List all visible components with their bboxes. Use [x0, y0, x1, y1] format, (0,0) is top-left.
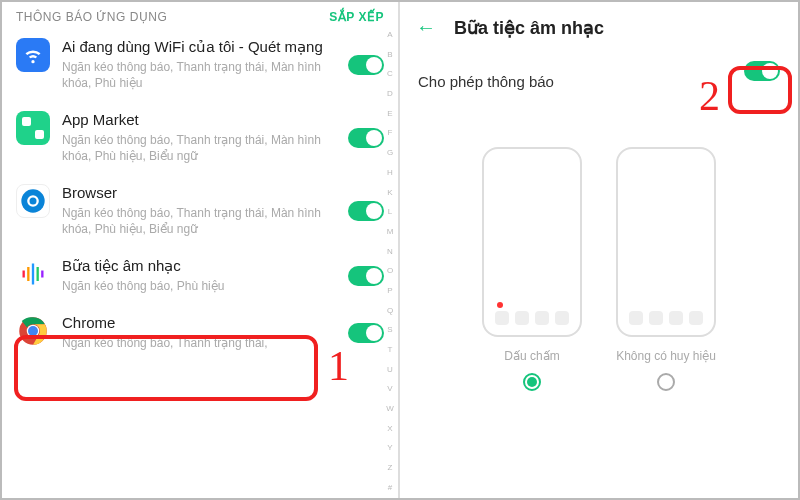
- annotation-step-2: 2: [699, 72, 720, 120]
- app-name: Bữa tiệc âm nhạc: [62, 257, 342, 276]
- app-notifications-pane: THÔNG BÁO ỨNG DỤNG SẮP XẾP Ai đang dùng …: [2, 2, 400, 498]
- toggle-switch[interactable]: [348, 266, 384, 286]
- svg-point-2: [30, 198, 37, 205]
- radio-unselected-icon[interactable]: [657, 373, 675, 391]
- detail-title: Bữa tiệc âm nhạc: [454, 17, 604, 39]
- wifi-icon: [16, 38, 50, 72]
- annotation-step-1: 1: [328, 342, 349, 390]
- right-header: ← Bữa tiệc âm nhạc: [400, 2, 798, 47]
- header-title: THÔNG BÁO ỨNG DỤNG: [16, 10, 167, 24]
- app-subtitle: Ngăn kéo thông báo, Phù hiệu: [62, 278, 342, 294]
- app-subtitle: Ngăn kéo thông báo, Thanh trạng thái, Mà…: [62, 59, 342, 91]
- phone-preview-icon: [482, 147, 582, 337]
- app-subtitle: Ngăn kéo thông báo, Thanh trạng thái, Mà…: [62, 132, 342, 164]
- sort-button[interactable]: SẮP XẾP: [329, 10, 384, 24]
- svg-rect-6: [37, 267, 39, 281]
- app-row-browser[interactable]: Browser Ngăn kéo thông báo, Thanh trạng …: [16, 174, 390, 247]
- option-dot[interactable]: Dấu chấm: [482, 147, 582, 391]
- phone-preview-icon: [616, 147, 716, 337]
- toggle-switch[interactable]: [348, 323, 384, 343]
- svg-rect-3: [23, 271, 25, 278]
- toggle-switch[interactable]: [348, 201, 384, 221]
- option-label: Không có huy hiệu: [616, 349, 716, 363]
- toggle-switch[interactable]: [348, 128, 384, 148]
- radio-selected-icon[interactable]: [523, 373, 541, 391]
- app-detail-pane: ← Bữa tiệc âm nhạc Cho phép thông báo Dấ…: [400, 2, 798, 498]
- option-no-badge[interactable]: Không có huy hiệu: [616, 147, 716, 391]
- highlight-box-2: [728, 66, 792, 114]
- badge-style-options: Dấu chấm Không có huy hiệu: [400, 147, 798, 391]
- app-name: Browser: [62, 184, 342, 203]
- music-icon: [16, 257, 50, 291]
- svg-rect-7: [41, 271, 43, 278]
- app-list: Ai đang dùng WiFi của tôi - Quét mạng Ng…: [2, 28, 398, 361]
- app-subtitle: Ngăn kéo thông báo, Thanh trạng thái, Mà…: [62, 205, 342, 237]
- app-row-music[interactable]: Bữa tiệc âm nhạc Ngăn kéo thông báo, Phù…: [16, 247, 390, 304]
- app-name: Ai đang dùng WiFi của tôi - Quét mạng: [62, 38, 342, 57]
- app-market-icon: [16, 111, 50, 145]
- option-label: Dấu chấm: [482, 349, 582, 363]
- browser-icon: [16, 184, 50, 218]
- app-row-market[interactable]: App Market Ngăn kéo thông báo, Thanh trạ…: [16, 101, 390, 174]
- app-name: App Market: [62, 111, 342, 130]
- svg-rect-4: [27, 267, 29, 281]
- alphabet-index[interactable]: ABCDEFGHKLMNOPQSTUVWXYZ#: [384, 30, 396, 492]
- app-name: Chrome: [62, 314, 342, 333]
- toggle-switch[interactable]: [348, 55, 384, 75]
- allow-label: Cho phép thông báo: [418, 73, 554, 90]
- svg-rect-5: [32, 264, 34, 285]
- back-arrow-icon[interactable]: ←: [416, 16, 436, 39]
- left-header: THÔNG BÁO ỨNG DỤNG SẮP XẾP: [2, 2, 398, 28]
- highlight-box-1: [14, 335, 318, 401]
- app-row-wifi[interactable]: Ai đang dùng WiFi của tôi - Quét mạng Ng…: [16, 28, 390, 101]
